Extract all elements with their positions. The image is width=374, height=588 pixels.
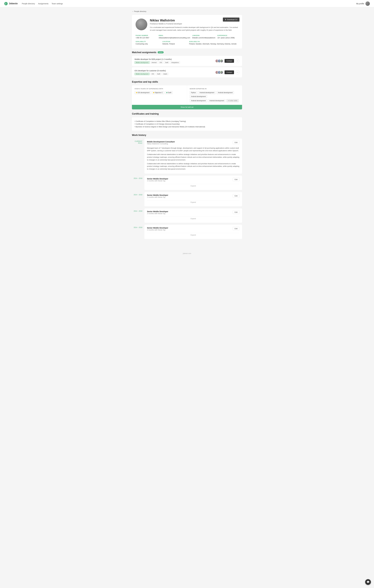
profile-header: ⬇ Download CV Niklas Wallström Freelance… — [132, 15, 242, 48]
cert-item: Certificate of Completion in UX Design (… — [135, 123, 239, 125]
svg-text:J: J — [5, 3, 6, 5]
work-card-header: Senior Mobile Developer 2 months with Ne… — [147, 178, 239, 183]
assignment-tags: Mobile development Android iOS Swift Int… — [135, 61, 180, 64]
skill-tags: Python Android development Android devel… — [190, 91, 239, 98]
work-year: 2014 – 2018 — [132, 192, 142, 206]
work-year: 2014 – 2018 — [132, 208, 142, 223]
assignment-card: Mobile developer for B2B project (1-2 mo… — [132, 56, 242, 66]
work-year: 2014 – 2018 — [132, 225, 142, 239]
work-company: 2 months with Neste Oyj — [147, 229, 168, 231]
logo-icon: J — [4, 2, 8, 5]
breadcrumb-link[interactable]: ← People directory — [132, 10, 146, 12]
assignment-title: iOS developer for customer (6 months) — [135, 70, 168, 72]
work-row: 2014 – 2018 Senior Mobile Developer 2 mo… — [132, 225, 242, 239]
nav-assignments[interactable]: Assignments — [38, 3, 48, 5]
logo[interactable]: J Jobexio — [4, 2, 18, 5]
work-card: Senior Mobile Developer 2 months with Ne… — [145, 176, 242, 190]
profile-title: Freelance Mobile & Frontend Developer — [150, 23, 239, 25]
skill-tag: iOS development — [135, 91, 151, 94]
other-skills-tag: +4 other skills — [226, 99, 239, 102]
tag: Swift — [164, 61, 169, 64]
work-card-header: Senior Mobile Developer 2 months with Ne… — [147, 227, 239, 232]
tag: Mobile development — [135, 61, 150, 64]
contact-grid-row2: AVAILABILITY Contracting only LOCATION H… — [135, 41, 239, 45]
current-role-label: CURRENT ROLE — [132, 139, 142, 174]
tag: Android — [150, 61, 158, 64]
skill-tag: Android development — [208, 99, 225, 102]
skill-tag: Android development — [217, 91, 234, 94]
work-role: Mobile Development Consultant — [147, 141, 175, 143]
tag: Mobile development — [135, 73, 150, 75]
expand-bar[interactable]: Expand — [147, 184, 239, 188]
edit-button[interactable]: Edit — [233, 141, 239, 144]
my-profile-label: My profile — [356, 3, 364, 5]
assignment-card: iOS developer for customer (6 months) Mo… — [132, 67, 242, 77]
assignment-right: Contact ··· — [215, 70, 239, 74]
skill-tags: iOS development Objective C Swift — [135, 91, 184, 94]
assignment-right: Contact ··· — [215, 59, 239, 63]
certs-title: Certificates and training — [132, 113, 242, 115]
work-company: 2 months with Neste Oyj — [147, 180, 168, 182]
tag: Swift — [156, 73, 161, 75]
edit-button[interactable]: Edit — [233, 210, 239, 214]
nav-team-settings[interactable]: Team settings — [52, 3, 63, 5]
page-footer: jobexio.com — [0, 250, 374, 257]
more-options-button[interactable]: ··· — [235, 70, 239, 74]
nav-people-directory[interactable]: People directory — [22, 3, 35, 5]
expand-bar[interactable]: Expand — [147, 200, 239, 204]
availability: AVAILABILITY Contracting only — [135, 41, 160, 45]
work-role: Senior Mobile Developer — [147, 178, 168, 180]
matched-assignments-section: Matched assignments Active Mobile develo… — [132, 51, 242, 77]
active-badge: Active — [158, 51, 164, 53]
work-card: Mobile Development Consultant Niklas Wal… — [145, 139, 242, 174]
phone-number: PHONE NUMBER +358 40 123 4567 — [135, 35, 157, 39]
expand-bar[interactable]: Expand — [147, 233, 239, 237]
contact-button[interactable]: Contact — [225, 70, 234, 74]
edit-button[interactable]: Edit — [233, 194, 239, 198]
work-history-title: Work history — [132, 134, 242, 136]
skills-col-experience: OVER 8 YEARS OF EXPERIENCE WITH iOS deve… — [132, 85, 187, 105]
skills-box: OVER 8 YEARS OF EXPERIENCE WITH iOS deve… — [132, 85, 242, 109]
work-company: Niklas Wallström Consulting — [147, 143, 175, 145]
mini-avatar — [220, 71, 223, 74]
assignment-tags: Mobile development iOS Swift Zeplin — [135, 73, 168, 75]
skills-col-senior: SENIOR EXPERTISE IN Python Android devel… — [187, 85, 242, 105]
more-options-button[interactable]: ··· — [235, 59, 239, 63]
edit-button[interactable]: Edit — [233, 227, 239, 230]
skill-tag: Python — [190, 91, 197, 94]
skill-tag: Android development — [198, 91, 216, 94]
show-full-skills-button[interactable]: Show full skill set — [132, 105, 242, 109]
dot-icon — [153, 92, 154, 93]
work-history-section: Work history CURRENT ROLE Mobile Develop… — [132, 134, 242, 239]
download-cv-button[interactable]: ⬇ Download CV — [223, 18, 239, 21]
page-content: ← People directory ⬇ Download CV Niklas … — [130, 7, 244, 250]
cert-item: Bachelor of Science degree in Web Design… — [135, 125, 239, 128]
download-icon: ⬇ — [225, 19, 226, 21]
certs-section: Certificates and training Certificate of… — [132, 113, 242, 131]
contact-button[interactable]: Contact — [225, 59, 234, 63]
breadcrumb[interactable]: ← People directory — [132, 10, 242, 12]
work-row: CURRENT ROLE Mobile Development Consulta… — [132, 139, 242, 174]
nav-links: People directory Assignments Team settin… — [22, 3, 356, 5]
work-row: 2014 – 2018 Senior Mobile Developer 2 mo… — [132, 208, 242, 223]
work-company: 2 months with Neste Oyj — [147, 196, 168, 198]
tag: iOS — [158, 61, 163, 64]
work-card: Senior Mobile Developer 2 months with Ne… — [145, 225, 242, 239]
experience: EXPERIENCE 10+ years (since 2008) — [217, 35, 239, 39]
contact-grid-row1: PHONE NUMBER +358 40 123 4567 EMAIL nikl… — [135, 35, 239, 39]
work-role-info: Mobile Development Consultant Niklas Wal… — [147, 141, 175, 146]
work-role-info: Senior Mobile Developer 2 months with Ne… — [147, 227, 168, 232]
work-row: 2014 – 2018 Senior Mobile Developer 2 mo… — [132, 176, 242, 190]
avatar[interactable] — [365, 1, 370, 6]
mini-avatar — [220, 59, 223, 63]
navbar-right: My profile — [356, 1, 370, 6]
edit-button[interactable]: Edit — [233, 178, 239, 181]
skill-tag: Swift — [165, 91, 173, 94]
expand-bar[interactable]: Expand — [147, 217, 239, 220]
profile-avatar — [135, 19, 147, 30]
work-card: Senior Mobile Developer 2 months with Ne… — [145, 192, 242, 206]
work-card-header: Mobile Development Consultant Niklas Wal… — [147, 141, 239, 146]
skill-tags-row2: Android development Android development … — [190, 99, 239, 102]
assignment-title: Mobile developer for B2B project (1-2 mo… — [135, 58, 180, 60]
email: EMAIL niklaswallstrom@wallstromconsultin… — [159, 35, 190, 39]
